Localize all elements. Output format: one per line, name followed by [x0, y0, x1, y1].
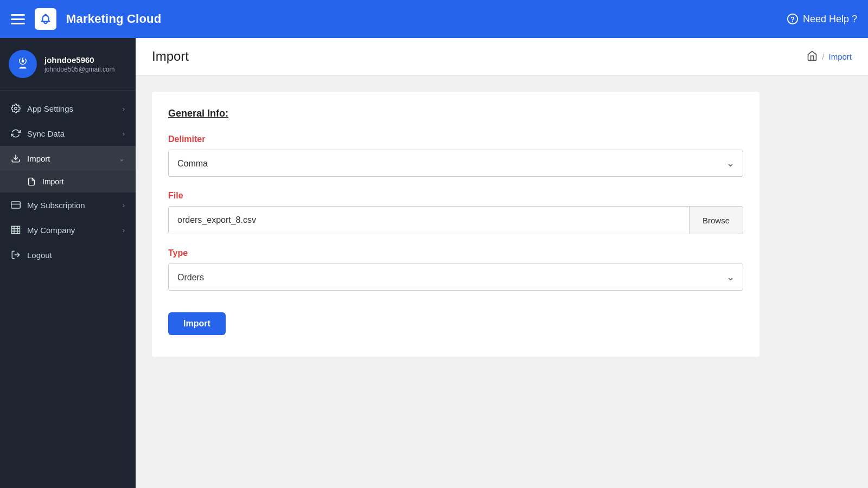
sidebar: johndoe5960 johndoe505@gmail.com App Set… [0, 38, 136, 488]
avatar [9, 50, 37, 78]
breadcrumb-separator: / [822, 52, 824, 61]
sidebar-item-app-settings[interactable]: App Settings › [0, 96, 136, 121]
sidebar-item-logout[interactable]: Logout [0, 242, 136, 267]
sidebar-item-label: My Company [27, 226, 75, 235]
delimiter-group: Delimiter Comma Semicolon Tab Pipe ⌄ [168, 134, 743, 177]
sidebar-item-label: Logout [27, 251, 52, 260]
sidebar-item-sync-data[interactable]: Sync Data › [0, 121, 136, 146]
hamburger-icon[interactable] [11, 14, 25, 24]
type-select[interactable]: Orders Customers Products Contacts [168, 264, 743, 291]
chevron-right-icon: › [123, 130, 125, 138]
browse-button[interactable]: Browse [689, 207, 743, 234]
sidebar-item-label: My Subscription [27, 201, 85, 210]
navbar: Marketing Cloud ? Need Help ? [0, 0, 868, 38]
import-form-card: General Info: Delimiter Comma Semicolon … [152, 92, 760, 357]
file-icon [27, 177, 36, 186]
sidebar-item-label: Import [27, 154, 50, 163]
sidebar-nav: App Settings › Sync Data › [0, 91, 136, 488]
user-name: johndoe5960 [44, 55, 115, 65]
delimiter-select[interactable]: Comma Semicolon Tab Pipe [168, 150, 743, 177]
building-icon [11, 225, 21, 235]
type-label: Type [168, 248, 743, 258]
card-icon [11, 200, 21, 210]
page-body: General Info: Delimiter Comma Semicolon … [136, 75, 868, 488]
sidebar-subitem-import[interactable]: Import [0, 171, 136, 192]
delimiter-select-wrapper: Comma Semicolon Tab Pipe ⌄ [168, 150, 743, 177]
type-select-wrapper: Orders Customers Products Contacts ⌄ [168, 264, 743, 291]
layout: johndoe5960 johndoe505@gmail.com App Set… [0, 38, 868, 488]
sidebar-item-my-subscription[interactable]: My Subscription › [0, 192, 136, 217]
gear-icon [11, 104, 21, 113]
chevron-right-icon: › [123, 201, 125, 209]
file-group: File Browse [168, 191, 743, 234]
sidebar-subitem-label: Import [42, 177, 64, 186]
download-icon [11, 153, 21, 163]
svg-point-3 [15, 107, 17, 110]
chevron-right-icon: › [123, 105, 125, 113]
page-title: Import [152, 49, 189, 64]
import-button[interactable]: Import [168, 312, 226, 335]
section-title: General Info: [168, 108, 743, 119]
navbar-left: Marketing Cloud [11, 8, 161, 30]
app-brand: Marketing Cloud [66, 12, 161, 26]
sidebar-user: johndoe5960 johndoe505@gmail.com [0, 38, 136, 91]
page-header: Import / Import [136, 38, 868, 75]
sync-icon [11, 129, 21, 138]
svg-text:?: ? [790, 15, 795, 23]
logout-icon [11, 250, 21, 260]
breadcrumb-home-icon[interactable] [807, 50, 818, 63]
sidebar-item-import[interactable]: Import ⌄ [0, 146, 136, 171]
svg-rect-7 [12, 226, 20, 234]
main-content: Import / Import General Info: Delimiter [136, 38, 868, 488]
user-email: johndoe505@gmail.com [44, 66, 115, 73]
chevron-down-icon: ⌄ [119, 155, 125, 163]
breadcrumb: / Import [807, 50, 852, 63]
file-input[interactable] [169, 207, 689, 234]
sidebar-item-label: App Settings [27, 104, 73, 113]
breadcrumb-current: Import [828, 52, 852, 61]
type-group: Type Orders Customers Products Contacts … [168, 248, 743, 291]
help-label: Need Help ? [803, 14, 857, 25]
file-input-wrapper: Browse [168, 206, 743, 234]
notification-button[interactable] [35, 8, 56, 30]
svg-rect-5 [11, 202, 21, 208]
user-info: johndoe5960 johndoe505@gmail.com [44, 55, 115, 73]
file-label: File [168, 191, 743, 201]
delimiter-label: Delimiter [168, 134, 743, 144]
help-link[interactable]: ? Need Help ? [787, 13, 857, 25]
sidebar-item-label: Sync Data [27, 129, 65, 138]
sidebar-item-my-company[interactable]: My Company › [0, 217, 136, 242]
chevron-right-icon: › [123, 226, 125, 234]
